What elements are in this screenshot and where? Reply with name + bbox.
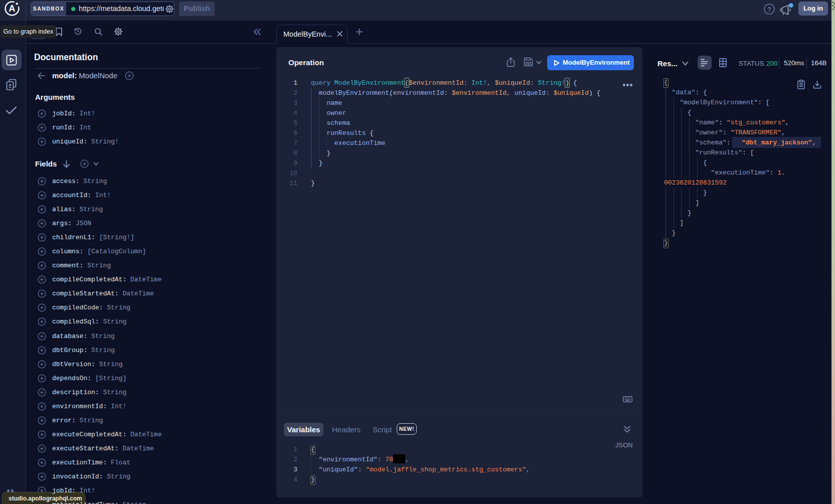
svg-text:A: A xyxy=(9,3,15,14)
svg-text:?: ? xyxy=(767,6,771,13)
